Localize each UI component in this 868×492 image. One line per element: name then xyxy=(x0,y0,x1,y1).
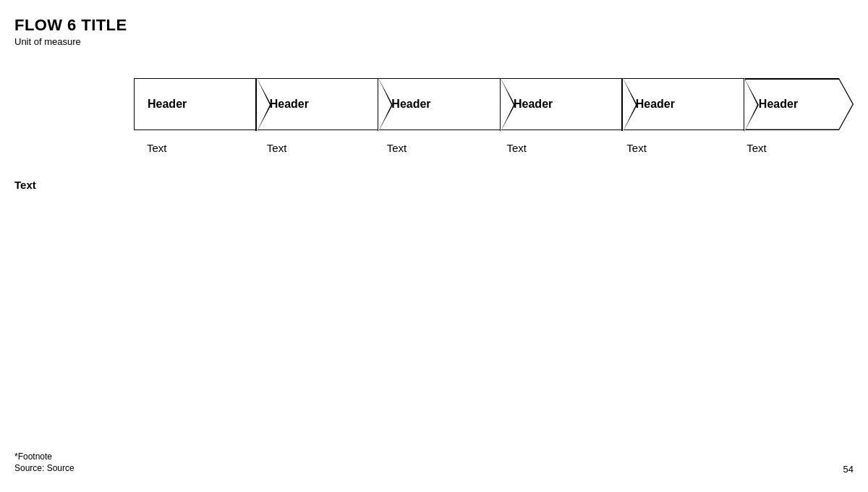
data-cell-4: Text xyxy=(493,142,613,154)
header-chevron-2: Header xyxy=(257,78,379,130)
data-cell-2: Text xyxy=(254,142,374,154)
page-title-block: FLOW 6 TITLE Unit of measure xyxy=(14,16,127,47)
header-chevron-4: Header xyxy=(501,78,623,130)
data-cell-1: Text xyxy=(134,142,254,154)
header-label-6: Header xyxy=(759,98,798,111)
page-title-sub: Unit of measure xyxy=(14,36,127,47)
header-label-1: Header xyxy=(148,98,187,111)
row-label: Text xyxy=(14,179,36,191)
flow-container: Header Header Header Header Header Heade… xyxy=(134,78,854,154)
header-chevron-3: Header xyxy=(378,78,501,130)
header-chevron-6: Header xyxy=(744,78,854,130)
footnote-line2: Source: Source xyxy=(14,463,75,473)
data-row: Text Text Text Text Text Text xyxy=(134,142,854,154)
data-cell-6: Text xyxy=(733,142,854,154)
footnote-block: *Footnote Source: Source xyxy=(14,451,75,475)
page-title-main: FLOW 6 TITLE xyxy=(14,16,127,35)
header-row: Header Header Header Header Header Heade… xyxy=(134,78,854,130)
header-chevron-1: Header xyxy=(134,78,257,130)
header-label-5: Header xyxy=(636,98,675,111)
footnote-line1: *Footnote xyxy=(14,451,75,462)
page-number: 54 xyxy=(843,464,854,475)
header-label-2: Header xyxy=(270,98,309,111)
header-label-3: Header xyxy=(391,98,430,111)
data-cell-5: Text xyxy=(613,142,733,154)
header-chevron-5: Header xyxy=(623,78,745,130)
header-label-4: Header xyxy=(514,98,553,111)
data-cell-3: Text xyxy=(374,142,494,154)
